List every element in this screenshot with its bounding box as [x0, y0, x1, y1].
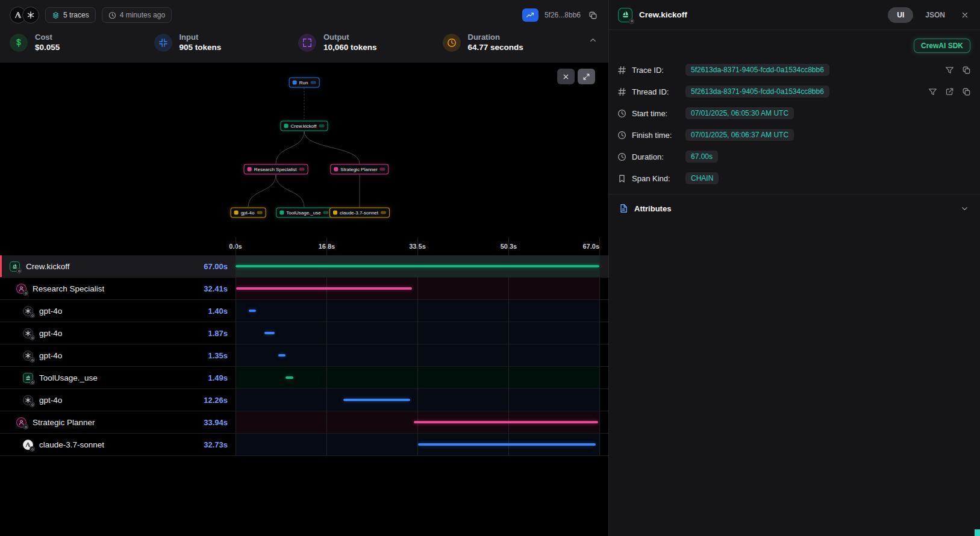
timeline-row[interactable]: gpt-4o1.40s	[0, 300, 608, 322]
span-name: ToolUsage._use	[39, 373, 98, 382]
graph-node-label: Crew.kickoff	[291, 123, 317, 129]
copy-icon	[962, 66, 971, 75]
timeline-row[interactable]: gpt-4o1.35s	[0, 344, 608, 367]
filter-button[interactable]	[944, 65, 955, 75]
open-external-button[interactable]	[944, 87, 955, 97]
stat-cost: Cost$0.055	[10, 33, 154, 53]
copy-trace-id-button[interactable]	[587, 9, 599, 21]
graph-node-claude[interactable]: claude-3.7-sonnet	[329, 208, 390, 218]
span-duration: 1.35s	[208, 351, 228, 360]
openai-icon	[22, 394, 34, 406]
traces-count-chip[interactable]: 5 traces	[45, 7, 96, 23]
span-bar	[264, 332, 275, 334]
field-label: Thread ID:	[632, 87, 680, 96]
span-bar	[414, 421, 598, 423]
agent-icon	[15, 282, 27, 294]
copy-button[interactable]	[961, 65, 972, 75]
graph-node-tool[interactable]: ToolUsage._use	[276, 208, 332, 218]
close-panel-button[interactable]	[958, 8, 972, 22]
clock-icon	[108, 11, 116, 19]
node-badge	[381, 211, 386, 214]
field-value[interactable]: 5f2613da-8371-9405-fcdd-0a1534cc8bb6	[685, 64, 829, 76]
copy-icon	[588, 11, 598, 20]
attributes-section[interactable]: Attributes	[609, 195, 980, 222]
node-icon	[284, 124, 289, 128]
clock-icon	[617, 109, 626, 118]
trace-short-id: 5f26...8bb6	[545, 11, 581, 19]
graph-node-research[interactable]: Research Specialist	[244, 164, 308, 175]
span-duration: 1.49s	[208, 373, 228, 382]
clock-icon	[443, 34, 461, 52]
field-row-span-kind: Span Kind:CHAIN	[617, 167, 972, 189]
field-value[interactable]: 5f2613da-8371-9405-fcdd-0a1534cc8bb6	[685, 86, 829, 98]
expand-graph-button[interactable]	[578, 69, 595, 84]
stat-text: Cost$0.055	[35, 33, 60, 53]
graph-node-strategic[interactable]: Strategic Planner	[330, 164, 389, 175]
field-label: Start time:	[632, 109, 680, 118]
span-detail-panel: Crew.kickoff UI JSON CrewAI SDK Trace ID…	[608, 0, 980, 536]
crewai-icon	[22, 372, 34, 384]
stat-value: 10,060 tokens	[323, 42, 377, 53]
timeline-row[interactable]: ToolUsage._use1.49s	[0, 367, 608, 389]
timeline-axis: 0.0s16.8s33.5s50.3s67.0s	[236, 237, 599, 255]
copy-button[interactable]	[961, 87, 972, 97]
timeline-rows: Crew.kickoff67.00sResearch Specialist32.…	[0, 255, 608, 456]
timeline-row[interactable]: Crew.kickoff67.00s	[0, 255, 608, 278]
stat-label: Output	[323, 33, 377, 42]
expand-attributes-button[interactable]	[958, 202, 970, 214]
timeline-row[interactable]: gpt-4o12.26s	[0, 389, 608, 411]
span-name: claude-3.7-sonnet	[39, 440, 104, 449]
timeline-row[interactable]: claude-3.7-sonnet32.73s	[0, 434, 608, 456]
corner-accent	[975, 529, 980, 536]
graph-node-gpt4o[interactable]: gpt-4o	[231, 208, 266, 218]
sdk-badge[interactable]: CrewAI SDK	[914, 39, 970, 53]
instrumentation-badge	[30, 313, 35, 318]
tab-json[interactable]: JSON	[919, 11, 951, 19]
node-icon	[334, 167, 338, 172]
node-icon	[333, 211, 337, 215]
graph-node-label: claude-3.7-sonnet	[340, 210, 378, 216]
timeline-row[interactable]: Strategic Planner33.94s	[0, 411, 608, 434]
stat-duration: Duration64.77 seconds	[443, 33, 587, 53]
external-icon	[945, 87, 954, 96]
clock-icon	[617, 131, 626, 140]
span-duration: 1.40s	[208, 307, 228, 316]
instrumentation-badge	[30, 402, 35, 407]
field-value: 67.00s	[685, 151, 718, 163]
span-name: Crew.kickoff	[26, 262, 70, 271]
graph-node-run[interactable]: Run	[289, 78, 320, 88]
crewai-icon	[8, 260, 20, 272]
field-label: Duration:	[632, 152, 680, 161]
detail-fields: Trace ID:5f2613da-8371-9405-fcdd-0a1534c…	[609, 58, 980, 189]
time-ago-chip: 4 minutes ago	[102, 7, 172, 23]
trending-up-icon	[526, 11, 534, 19]
collapse-stats-button[interactable]	[587, 34, 599, 46]
tab-ui[interactable]: UI	[888, 7, 913, 23]
graph-node-label: Research Specialist	[254, 167, 297, 172]
span-track	[236, 434, 599, 455]
openai-icon	[22, 327, 34, 339]
trace-graph-canvas[interactable]: RunCrew.kickoffResearch SpecialistStrate…	[0, 63, 608, 237]
filter-icon	[945, 66, 954, 75]
field-row-finish-time: Finish time:07/01/2025, 06:06:37 AM UTC	[617, 124, 972, 146]
close-graph-button[interactable]	[557, 69, 575, 84]
metrics-button[interactable]	[522, 8, 538, 22]
graph-node-label: Run	[299, 80, 308, 86]
field-label: Finish time:	[632, 131, 680, 140]
span-bar	[236, 287, 412, 290]
row-label-cell: Strategic Planner33.94s	[0, 416, 236, 428]
graph-node-crew[interactable]: Crew.kickoff	[281, 121, 328, 131]
span-duration: 32.41s	[204, 284, 228, 293]
filter-button[interactable]	[928, 87, 938, 97]
node-badge	[319, 125, 324, 128]
timeline-row[interactable]: gpt-4o1.87s	[0, 322, 608, 344]
stats-row: Cost$0.055Input905 tokensOutput10,060 to…	[0, 30, 608, 63]
copy-icon	[962, 87, 971, 96]
instrumentation-badge	[23, 290, 28, 296]
node-icon	[279, 211, 284, 215]
openai-icon	[22, 349, 34, 361]
field-row-thread-id: Thread ID:5f2613da-8371-9405-fcdd-0a1534…	[617, 81, 972, 102]
timeline-row[interactable]: Research Specialist32.41s	[0, 278, 608, 300]
span-duration: 32.73s	[204, 440, 228, 449]
row-label-cell: ToolUsage._use1.49s	[0, 372, 236, 384]
